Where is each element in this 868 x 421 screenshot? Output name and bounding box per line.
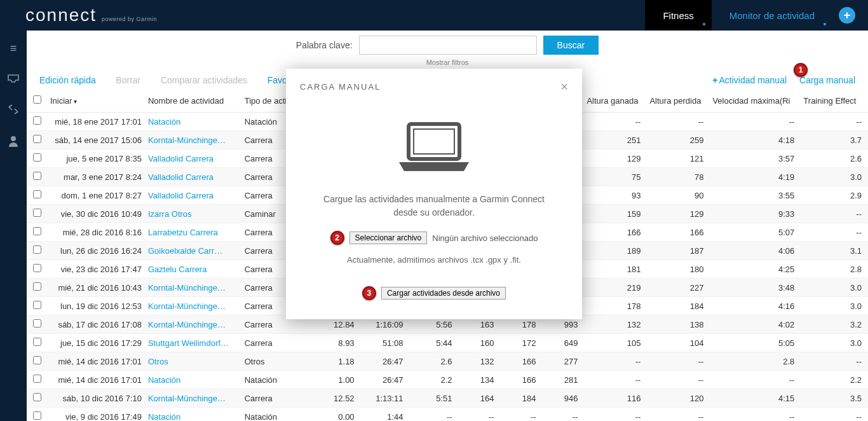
menu-icon[interactable]: ≡ <box>10 42 17 55</box>
cell-gain: 166 <box>584 223 647 242</box>
cell-name: Valladolid Carrera <box>146 186 242 205</box>
profile-icon[interactable] <box>8 135 18 150</box>
activity-link[interactable]: Valladolid Carrera <box>148 154 214 163</box>
col-gain[interactable]: Altura ganada <box>584 92 647 113</box>
cell-cal: -- <box>542 408 584 422</box>
cell-te: 3.0 <box>801 297 868 315</box>
col-te[interactable]: Training Effect <box>801 92 868 113</box>
cell-type: Otros <box>242 352 312 371</box>
activity-link[interactable]: Goikoelxalde Carr… <box>148 246 222 256</box>
close-icon[interactable]: × <box>560 80 568 93</box>
manual-upload-link[interactable]: Carga manual <box>799 75 855 85</box>
activity-link[interactable]: Natación <box>148 375 180 385</box>
row-checkbox[interactable] <box>33 411 41 420</box>
row-checkbox[interactable] <box>33 172 41 180</box>
search-input[interactable] <box>359 36 537 55</box>
col-start[interactable]: Iniciar <box>48 92 146 113</box>
activity-link[interactable]: Valladolid Carrera <box>148 172 214 182</box>
activity-link[interactable]: Korntal-Münchinge… <box>148 320 226 329</box>
cell-loss: 187 <box>647 242 710 260</box>
cell-cal: 946 <box>542 389 584 408</box>
cell-date: mié, 14 dic 2016 17:01 <box>48 352 146 371</box>
activity-link[interactable]: Korntal-Münchinge… <box>148 283 226 293</box>
cell-type: Natación <box>242 408 312 422</box>
cell-gain: 251 <box>584 131 647 149</box>
cell-vmax: 4:16 <box>710 297 801 315</box>
select-all-checkbox[interactable] <box>33 95 41 104</box>
activity-link[interactable]: Otros <box>148 357 168 366</box>
row-checkbox[interactable] <box>33 319 41 328</box>
cell-fc: 134 <box>459 371 501 389</box>
cell-gain: 159 <box>584 205 647 223</box>
cell-gain: -- <box>584 113 647 131</box>
cell-gain: 129 <box>584 149 647 168</box>
row-checkbox[interactable] <box>33 116 41 125</box>
row-checkbox[interactable] <box>33 245 41 254</box>
add-button[interactable]: + <box>839 7 855 24</box>
row-checkbox[interactable] <box>33 264 41 272</box>
cell-date: mié, 18 ene 2017 17:01 <box>48 113 146 131</box>
tab-activity-monitor-label: Monitor de actividad <box>729 10 815 21</box>
cell-loss: -- <box>647 408 710 422</box>
col-checkbox[interactable] <box>27 92 48 113</box>
row-checkbox[interactable] <box>33 301 41 309</box>
cell-gain: 105 <box>584 334 647 352</box>
row-checkbox[interactable] <box>33 227 41 235</box>
annotation-1: 1 <box>794 63 808 77</box>
activity-link[interactable]: Stuttgart Weilimdorf… <box>148 338 229 348</box>
activity-link[interactable]: Izarra Otros <box>148 209 192 219</box>
cell-fcmax: 166 <box>501 371 543 389</box>
row-checkbox[interactable] <box>33 153 41 162</box>
row-checkbox[interactable] <box>33 356 41 364</box>
activity-link[interactable]: Korntal-Münchinge… <box>148 135 226 145</box>
cell-name: Natación <box>146 408 242 422</box>
cell-loss: 138 <box>647 315 710 334</box>
load-activities-button[interactable]: Cargar actividades desde archivo <box>381 287 506 300</box>
row-checkbox[interactable] <box>33 135 41 143</box>
cell-te: 3.5 <box>801 389 868 408</box>
cell-vmax: 4:02 <box>710 315 801 334</box>
cell-time: 1:13:11 <box>361 389 410 408</box>
activity-link[interactable]: Natación <box>148 117 180 127</box>
cell-dist: 1.00 <box>312 371 361 389</box>
cell-loss: 78 <box>647 168 710 186</box>
manual-activity-link[interactable]: +Actividad manual <box>712 75 787 85</box>
activity-link[interactable]: Korntal-Münchinge… <box>148 394 226 403</box>
cell-vmax: 3:55 <box>710 186 801 205</box>
activity-link[interactable]: Korntal-Münchinge… <box>148 301 226 311</box>
row-checkbox[interactable] <box>33 190 41 198</box>
col-loss[interactable]: Altura perdida <box>647 92 710 113</box>
cell-gain: 189 <box>584 242 647 260</box>
tab-fitness[interactable]: Fitness <box>645 0 711 31</box>
activity-link[interactable]: Larrabetzu Carrera <box>148 228 218 237</box>
row-checkbox[interactable] <box>33 375 41 383</box>
sync-icon[interactable] <box>8 104 19 118</box>
col-name[interactable]: Nombre de actividad <box>146 92 242 113</box>
cell-te: 2.6 <box>801 149 868 168</box>
select-file-button[interactable]: Seleccionar archivo <box>349 231 428 244</box>
cell-fcmax: 172 <box>501 334 543 352</box>
svg-rect-2 <box>414 129 454 154</box>
search-button[interactable]: Buscar <box>543 36 599 55</box>
activity-link[interactable]: Natación <box>148 412 180 422</box>
quick-edit-link[interactable]: Edición rápida <box>39 75 96 85</box>
inbox-icon[interactable] <box>8 73 19 86</box>
row-checkbox[interactable] <box>33 393 41 401</box>
top-tabs: Fitness Monitor de actividad + <box>645 0 868 31</box>
laptop-icon <box>393 121 475 180</box>
cell-loss: 104 <box>647 334 710 352</box>
cell-vmax: 5:07 <box>710 223 801 242</box>
activity-link[interactable]: Valladolid Carrera <box>148 191 214 200</box>
cell-loss: 90 <box>647 186 710 205</box>
cell-cal: 649 <box>542 334 584 352</box>
cell-type: Natación <box>242 371 312 389</box>
row-checkbox[interactable] <box>33 282 41 291</box>
cell-date: jue, 5 ene 2017 8:35 <box>48 149 146 168</box>
row-checkbox[interactable] <box>33 338 41 346</box>
tab-activity-monitor[interactable]: Monitor de actividad <box>712 0 832 31</box>
cell-date: vie, 30 dic 2016 10:49 <box>48 205 146 223</box>
activity-link[interactable]: Gaztelu Carrera <box>148 265 207 274</box>
cell-name: Valladolid Carrera <box>146 168 242 186</box>
row-checkbox[interactable] <box>33 209 41 217</box>
col-vmax[interactable]: Velocidad máxima(Ri <box>710 92 801 113</box>
